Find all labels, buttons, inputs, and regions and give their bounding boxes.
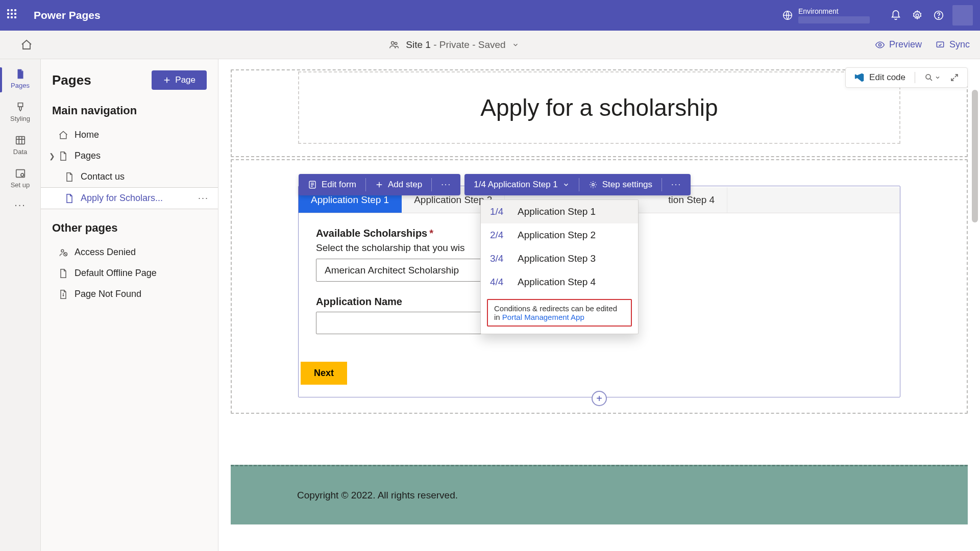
rail-setup[interactable]: Set up (0, 163, 40, 196)
dropdown-item-step1[interactable]: 1/4Application Step 1 (481, 200, 638, 223)
site-picker[interactable]: Site 1 - Private - Saved (33, 39, 875, 51)
document-icon (64, 193, 75, 204)
svg-point-16 (592, 184, 595, 186)
svg-point-14 (926, 74, 930, 79)
help-button[interactable] (928, 5, 949, 26)
eye-icon (875, 40, 885, 50)
page-icon (15, 68, 26, 80)
tree-item-offline[interactable]: Default Offline Page (41, 263, 218, 284)
edit-form-button[interactable]: Edit form (299, 174, 365, 195)
svg-rect-8 (16, 137, 24, 144)
tree-item-more-button[interactable]: ··· (198, 193, 212, 204)
label-application-name: Application Name (316, 296, 402, 307)
svg-point-4 (391, 41, 395, 44)
gear-icon (912, 10, 923, 21)
preview-button[interactable]: Preview (875, 39, 922, 50)
notifications-button[interactable] (885, 5, 906, 26)
portal-management-link[interactable]: Portal Management App (502, 313, 584, 321)
home-icon[interactable] (20, 39, 33, 51)
edit-code-button[interactable]: Edit code (854, 72, 905, 83)
people-icon (388, 39, 400, 51)
svg-point-5 (395, 42, 397, 44)
next-button[interactable]: Next (301, 362, 347, 385)
add-page-button[interactable]: Page (152, 70, 207, 90)
label-available-scholarships: Available Scholarships* (316, 228, 433, 239)
user-avatar[interactable] (952, 5, 973, 26)
step-settings-button[interactable]: Step settings (579, 174, 662, 195)
step-more-button[interactable]: ··· (662, 174, 691, 195)
app-launcher-icon[interactable] (7, 9, 19, 21)
dropdown-item-step4[interactable]: 4/4Application Step 4 (481, 270, 638, 294)
environment-icon (782, 10, 793, 21)
step-picker-button[interactable]: 1/4 Application Step 1 (464, 174, 578, 195)
rail-pages[interactable]: Pages (0, 63, 40, 96)
dropdown-item-step2[interactable]: 2/4Application Step 2 (481, 223, 638, 247)
sync-icon (935, 40, 945, 50)
rail-data[interactable]: Data (0, 130, 40, 163)
svg-point-10 (20, 173, 23, 177)
help-icon (933, 10, 944, 21)
other-heading: Other pages (41, 216, 218, 242)
zoom-button[interactable] (924, 73, 941, 82)
panel-title: Pages (52, 72, 91, 88)
multistep-form: Edit form Add step ··· (298, 186, 900, 397)
page-title-block[interactable]: Apply for a scholarship (298, 71, 900, 144)
scrollbar[interactable] (972, 90, 978, 222)
document-warning-icon (58, 289, 68, 299)
plus-icon (163, 76, 171, 84)
add-section-handle[interactable]: + (592, 391, 607, 406)
svg-point-13 (63, 295, 63, 295)
expand-button[interactable] (950, 73, 959, 82)
chevron-down-icon (935, 74, 941, 81)
settings-button[interactable] (906, 5, 928, 26)
tree-item-contact[interactable]: Contact us (41, 166, 218, 187)
brush-icon (15, 102, 26, 113)
form-icon (308, 180, 317, 189)
canvas-toolbar: Edit code (845, 67, 968, 88)
design-canvas: Edit code Apply for a scholarship (218, 59, 980, 551)
app-topbar: Power Pages Environment (0, 0, 980, 31)
site-status: - Private - Saved (431, 39, 506, 50)
pages-panel: Pages Page Main navigation Home ❯ Pages … (41, 59, 218, 551)
document-icon (58, 268, 68, 279)
gear-icon (589, 180, 598, 189)
form-more-button[interactable]: ··· (432, 174, 460, 195)
magnify-icon (924, 73, 934, 82)
dropdown-item-step3[interactable]: 3/4Application Step 3 (481, 247, 638, 270)
document-icon (58, 151, 68, 161)
document-icon (64, 172, 75, 182)
tree-item-home[interactable]: Home (41, 124, 218, 145)
environment-label: Environment (798, 7, 870, 16)
environment-name-placeholder (798, 16, 870, 23)
page-title: Apply for a scholarship (309, 94, 889, 121)
chevron-down-icon (562, 181, 570, 188)
left-rail: Pages Styling Data Set up ··· (0, 59, 41, 551)
chevron-right-icon[interactable]: ❯ (49, 152, 55, 160)
svg-point-11 (61, 249, 64, 252)
home-icon (58, 130, 68, 140)
svg-rect-7 (937, 42, 943, 47)
page-footer: Copyright © 2022. All rights reserved. (231, 465, 968, 524)
site-name: Site 1 (406, 39, 431, 50)
table-icon (15, 135, 26, 146)
svg-point-6 (878, 43, 881, 46)
tree-item-access-denied[interactable]: Access Denied (41, 242, 218, 263)
environment-picker[interactable]: Environment (782, 7, 870, 24)
add-step-button[interactable]: Add step (366, 174, 431, 195)
vscode-icon (854, 72, 865, 83)
svg-point-3 (938, 17, 939, 18)
tree-item-pages[interactable]: ❯ Pages (41, 145, 218, 166)
expand-icon (950, 73, 959, 82)
tree-item-apply-scholarship[interactable]: Apply for Scholars... ··· (41, 187, 218, 209)
tree-item-not-found[interactable]: Page Not Found (41, 284, 218, 305)
rail-styling[interactable]: Styling (0, 96, 40, 130)
person-denied-icon (58, 247, 68, 258)
rail-more[interactable]: ··· (14, 199, 26, 211)
form-toolbar: Edit form Add step ··· (299, 174, 691, 195)
dropdown-note: Conditions & redirects can be edited in … (487, 299, 632, 327)
bell-icon (890, 10, 901, 21)
chevron-down-icon (512, 41, 519, 48)
sync-button[interactable]: Sync (935, 39, 970, 50)
step-dropdown: 1/4Application Step 1 2/4Application Ste… (480, 199, 639, 334)
command-bar: Site 1 - Private - Saved Preview Sync (0, 31, 980, 59)
